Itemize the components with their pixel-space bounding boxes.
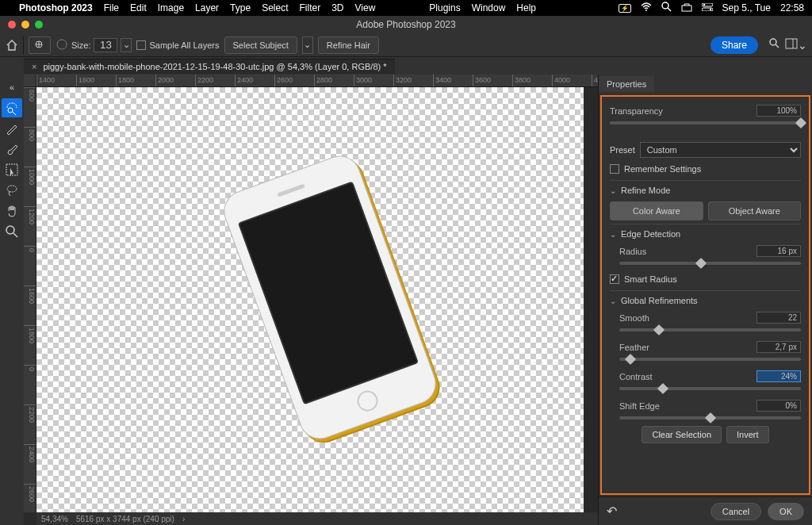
transparency-label: Transparency [610, 106, 756, 116]
svg-point-19 [6, 226, 14, 234]
menu-3d[interactable]: 3D [331, 2, 343, 13]
toolbox-icon[interactable] [681, 2, 692, 14]
menu-filter[interactable]: Filter [299, 2, 320, 13]
shift-edge-slider[interactable] [619, 416, 801, 420]
minimize-window-button[interactable] [21, 21, 29, 29]
smooth-slider[interactable] [619, 328, 801, 331]
status-dimensions[interactable]: 5616 px x 3744 px (240 ppi) [76, 515, 174, 523]
preset-label: Preset [610, 145, 635, 155]
wifi-icon[interactable] [641, 2, 652, 14]
status-bar: 54,34% 5616 px x 3744 px (240 ppi) › [36, 512, 598, 525]
window-titlebar: Adobe Photoshop 2023 [0, 16, 812, 33]
chevron-down-icon: ⌄ [610, 230, 616, 239]
size-dropdown[interactable]: ⌄ [121, 38, 132, 52]
feather-slider[interactable] [619, 358, 801, 361]
size-input[interactable] [94, 38, 117, 52]
svg-rect-3 [682, 6, 691, 11]
control-center-icon[interactable] [702, 2, 713, 13]
svg-rect-17 [6, 164, 17, 175]
size-label: Size: [71, 40, 90, 50]
ruler-origin[interactable] [24, 75, 36, 87]
search-bar-icon[interactable] [769, 38, 780, 52]
contrast-slider[interactable] [619, 387, 801, 390]
ruler-vertical[interactable]: 6008001000120001600180002200240026002800 [24, 87, 36, 512]
lasso-tool[interactable] [2, 181, 22, 200]
brush-tool[interactable] [2, 140, 22, 159]
svg-point-11 [57, 40, 67, 49]
svg-point-0 [645, 10, 647, 11]
menu-app[interactable]: Photoshop 2023 [19, 2, 93, 13]
transparency-value[interactable]: 100% [756, 105, 801, 117]
sample-all-layers-checkbox[interactable] [136, 40, 146, 50]
zoom-tool[interactable] [2, 222, 22, 241]
menu-window[interactable]: Window [472, 2, 506, 13]
refine-edge-brush-tool[interactable] [2, 119, 22, 138]
ok-button[interactable]: OK [768, 503, 804, 520]
quick-selection-tool[interactable] [2, 98, 22, 117]
object-aware-button[interactable]: Object Aware [708, 201, 802, 220]
svg-point-12 [770, 39, 776, 45]
battery-icon[interactable]: ⚡ [619, 4, 631, 13]
menu-file[interactable]: File [104, 2, 119, 13]
document-tab[interactable]: × piggy-bank-with-mobile-phone-2021-12-1… [24, 59, 395, 74]
menu-edit[interactable]: Edit [130, 2, 147, 13]
ruler-horizontal[interactable]: 1400160018002000220024002600280030003200… [36, 75, 598, 87]
collapse-icon[interactable]: « [2, 78, 22, 97]
menu-select[interactable]: Select [262, 2, 288, 13]
canvas-area: 1400160018002000220024002600280030003200… [24, 75, 598, 525]
feather-value[interactable]: 2,7 px [756, 341, 801, 353]
refine-hair-button[interactable]: Refine Hair [318, 36, 379, 54]
clear-selection-button[interactable]: Clear Selection [642, 426, 722, 443]
menu-plugins[interactable]: Plugins [429, 2, 460, 13]
properties-tab[interactable]: Properties [599, 76, 654, 92]
select-subject-button[interactable]: Select Subject [224, 36, 297, 54]
tool-preset-picker[interactable] [29, 36, 51, 54]
edge-detection-header[interactable]: ⌄Edge Detection [610, 224, 801, 242]
remember-settings-label: Remember Settings [624, 164, 701, 174]
document-tab-strip: × piggy-bank-with-mobile-phone-2021-12-1… [0, 57, 812, 75]
smart-radius-label: Smart Radius [624, 274, 677, 284]
radius-slider[interactable] [619, 262, 801, 265]
menu-help[interactable]: Help [516, 2, 536, 13]
share-button[interactable]: Share [710, 36, 758, 54]
smart-radius-checkbox[interactable] [610, 274, 619, 284]
hand-tool[interactable] [2, 201, 22, 220]
menubar-date[interactable]: Sep 5., Tue [722, 2, 771, 13]
zoom-window-button[interactable] [35, 21, 43, 29]
canvas-transparency-grid[interactable] [36, 87, 584, 512]
preset-select[interactable]: Custom [640, 142, 801, 158]
menu-layer[interactable]: Layer [195, 2, 219, 13]
sample-all-layers-label: Sample All Layers [149, 40, 219, 50]
global-refinements-header[interactable]: ⌄Global Refinements [610, 290, 801, 308]
close-window-button[interactable] [8, 21, 16, 29]
status-caret-icon[interactable]: › [182, 515, 185, 523]
radius-label: Radius [619, 247, 756, 256]
home-button[interactable] [5, 36, 24, 55]
menu-type[interactable]: Type [230, 2, 251, 13]
menu-view[interactable]: View [355, 2, 376, 13]
workspace-icon[interactable]: ⌄ [785, 38, 807, 52]
invert-button[interactable]: Invert [726, 426, 769, 443]
transparency-slider[interactable] [610, 121, 801, 125]
smooth-value[interactable]: 22 [756, 312, 801, 324]
select-subject-dropdown[interactable]: ⌄ [302, 36, 313, 54]
refine-mode-header[interactable]: ⌄Refine Mode [610, 180, 801, 198]
status-zoom[interactable]: 54,34% [41, 515, 68, 523]
radius-value[interactable]: 16 px [756, 245, 801, 257]
contrast-label: Contrast [619, 372, 756, 381]
svg-rect-14 [786, 39, 797, 48]
svg-point-6 [703, 4, 704, 6]
revert-icon[interactable]: ↶ [607, 504, 617, 519]
menubar-time[interactable]: 22:58 [780, 2, 804, 13]
remember-settings-checkbox[interactable] [610, 164, 619, 174]
search-icon[interactable] [661, 2, 672, 14]
phone-cutout [218, 150, 442, 445]
close-tab-icon[interactable]: × [32, 62, 36, 71]
brush-circle-icon[interactable] [56, 38, 68, 52]
object-selection-tool[interactable] [2, 160, 22, 179]
cancel-button[interactable]: Cancel [710, 503, 761, 520]
color-aware-button[interactable]: Color Aware [610, 201, 703, 220]
menu-image[interactable]: Image [158, 2, 184, 13]
shift-edge-value[interactable]: 0% [756, 400, 801, 412]
contrast-value[interactable]: 24% [756, 370, 801, 382]
